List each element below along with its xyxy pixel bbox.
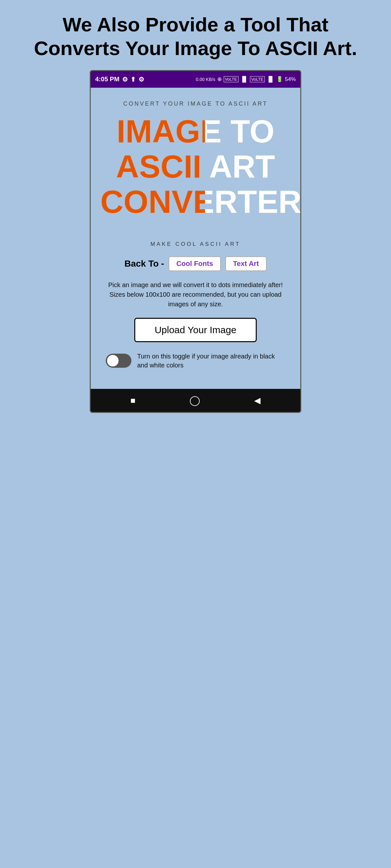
gear-icon: ⚙ xyxy=(138,75,144,83)
back-to-row: Back To - Cool Fonts Text Art xyxy=(124,256,267,271)
divider-text-row: MAKE COOL ASCII ART xyxy=(146,241,244,247)
wifi-icon: ⊕ xyxy=(217,76,222,83)
time-display: 4:05 PM xyxy=(95,75,119,83)
outer-heading: We Also Provide a Tool That Converts You… xyxy=(0,0,391,70)
upload-button[interactable]: Upload Your Image xyxy=(134,318,256,342)
toggle-row: Turn on this toggle if your image alread… xyxy=(106,352,285,370)
divider-label: MAKE COOL ASCII ART xyxy=(150,241,240,247)
toggle-label: Turn on this toggle if your image alread… xyxy=(137,352,285,370)
cool-fonts-button[interactable]: Cool Fonts xyxy=(169,256,221,271)
back-to-label: Back To - xyxy=(124,258,164,269)
signal-icon: ▐▌ xyxy=(240,76,248,83)
upload-icon: ⬆ xyxy=(131,75,136,83)
title-section: IMAGE TOASCII ARTCONVERTER IMAGE TOASCII… xyxy=(100,114,291,235)
phone-frame: 4:05 PM ⚙ ⬆ ⚙ 0.00 KB/s ⊕ VoLTE ▐▌ VoLTE… xyxy=(90,70,301,413)
status-bar-right: 0.00 KB/s ⊕ VoLTE ▐▌ VoLTE ▐▌ 🔋 54% xyxy=(196,76,296,83)
app-content: CONVERT YOUR IMAGE TO ASCII ART IMAGE TO… xyxy=(91,88,300,389)
square-nav-button[interactable] xyxy=(131,395,136,405)
back-nav-button[interactable] xyxy=(254,395,260,405)
bottom-nav xyxy=(91,389,300,412)
lte-badge: VoLTE xyxy=(224,76,239,82)
signal2-icon: ▐▌ xyxy=(267,76,274,83)
text-art-button[interactable]: Text Art xyxy=(225,256,267,271)
status-bar-left: 4:05 PM ⚙ ⬆ ⚙ xyxy=(95,75,144,83)
battery-percent: 54% xyxy=(285,76,296,83)
lte2-badge: VoLTE xyxy=(250,76,265,82)
settings-icon: ⚙ xyxy=(122,75,128,83)
description-text: Pick an image and we will convert it to … xyxy=(106,280,285,309)
battery-icon: 🔋 xyxy=(276,76,283,83)
home-nav-button[interactable] xyxy=(189,395,200,406)
toggle-knob xyxy=(107,355,119,367)
app-subtitle: CONVERT YOUR IMAGE TO ASCII ART xyxy=(123,100,268,107)
bw-toggle[interactable] xyxy=(106,354,132,368)
data-speed: 0.00 KB/s xyxy=(196,77,215,82)
status-bar: 4:05 PM ⚙ ⬆ ⚙ 0.00 KB/s ⊕ VoLTE ▐▌ VoLTE… xyxy=(91,71,300,88)
